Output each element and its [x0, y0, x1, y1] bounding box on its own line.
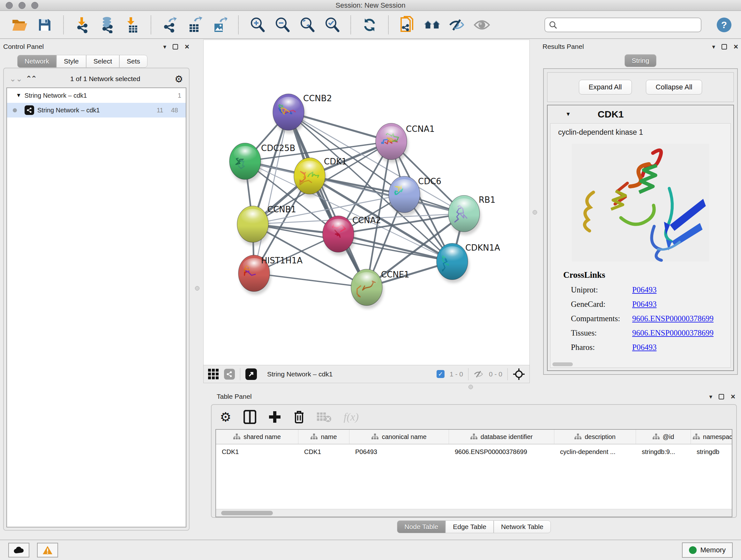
help-button[interactable]: ? [717, 17, 731, 32]
panel-close-icon[interactable]: ✕ [731, 394, 736, 400]
column-header-description[interactable]: description [554, 430, 636, 444]
node-table[interactable]: shared namenamecanonical namedatabase id… [215, 429, 732, 517]
left-splitter-handle[interactable] [195, 286, 199, 291]
panel-menu-icon[interactable]: ▾ [710, 394, 713, 400]
column-header-namespace[interactable]: namespace [691, 430, 732, 444]
export-image-button[interactable] [211, 17, 228, 33]
panel-menu-icon[interactable]: ▾ [712, 44, 716, 50]
column-header--id[interactable]: @id [636, 430, 691, 444]
network-node-ccna1[interactable]: CCNA1 [376, 123, 434, 163]
zoom-out-button[interactable] [274, 17, 290, 33]
collapse-triangle-icon[interactable]: ▼ [16, 92, 21, 99]
network-node-rb1[interactable]: RB1 [448, 195, 495, 235]
show-eye-icon[interactable] [474, 17, 490, 33]
crosslink-link[interactable]: P06493 [632, 343, 657, 352]
toolbar-search[interactable] [544, 17, 701, 32]
cloud-status-button[interactable] [8, 543, 29, 557]
save-session-button[interactable] [37, 17, 53, 33]
search-input[interactable] [560, 21, 697, 29]
birds-eye-grid-icon[interactable] [208, 369, 219, 380]
results-scrollbar-thumb[interactable] [552, 362, 573, 366]
export-network-button[interactable] [161, 17, 178, 33]
network-edge[interactable] [254, 273, 367, 287]
table-cell[interactable]: CDK1 [216, 444, 298, 459]
network-node-ccne1[interactable]: CCNE1 [351, 269, 409, 309]
table-cell[interactable]: stringdb:9... [636, 444, 691, 459]
memory-button[interactable]: Memory [682, 543, 733, 558]
column-header-shared-name[interactable]: shared name [216, 430, 298, 444]
collapse-all-networks-icon[interactable]: ⌄⌄ [10, 75, 22, 83]
panel-menu-icon[interactable]: ▾ [163, 44, 166, 50]
network-options-gear-icon[interactable]: ⚙ [175, 73, 183, 84]
string-document-share-button[interactable] [399, 17, 415, 33]
import-table-file-button[interactable] [124, 17, 140, 33]
network-node-cdc25b[interactable]: CDC25B [229, 143, 295, 183]
expand-all-button[interactable]: Expand All [579, 80, 632, 95]
column-header-name[interactable]: name [298, 430, 349, 444]
crosslink-link[interactable]: 9606.ENSP00000378699 [632, 328, 714, 337]
table-toolbar: ⚙ f(x) [212, 405, 736, 428]
hide-eye-slash-icon[interactable] [449, 17, 465, 33]
network-node-ccnb2[interactable]: CCNB2 [273, 94, 332, 133]
warning-status-button[interactable] [37, 543, 58, 557]
network-collection-row[interactable]: ▼ String Network – cdk1 1 [7, 88, 186, 103]
export-table-button[interactable] [186, 17, 203, 33]
tab-node-table[interactable]: Node Table [397, 520, 446, 533]
table-cell[interactable]: stringdb [691, 444, 732, 459]
tab-style[interactable]: Style [57, 55, 86, 68]
selected-checkbox-icon[interactable]: ✓ [436, 370, 445, 378]
zoom-fit-button[interactable] [299, 17, 315, 33]
table-cell[interactable]: cyclin-dependent ... [554, 444, 636, 459]
section-collapse-triangle-icon[interactable]: ▼ [565, 111, 571, 118]
crosslink-link[interactable]: P06493 [632, 286, 657, 294]
tab-network[interactable]: Network [17, 55, 57, 68]
show-columns-icon[interactable] [244, 410, 256, 424]
table-row[interactable]: CDK1CDK1P064939606.ENSP00000378699cyclin… [216, 444, 732, 459]
panel-close-icon[interactable]: ✕ [185, 44, 190, 50]
network-node-cdk1[interactable]: CDK1 [294, 157, 347, 197]
table-cell[interactable]: P06493 [349, 444, 449, 459]
tab-network-table[interactable]: Network Table [494, 520, 551, 533]
column-header-label: namespace [703, 433, 732, 441]
import-network-database-button[interactable] [99, 17, 116, 33]
panel-float-icon[interactable] [173, 44, 178, 50]
zoom-in-button[interactable] [249, 17, 266, 33]
crosslink-link[interactable]: 9606.ENSP00000378699 [632, 314, 714, 323]
crosshair-icon[interactable] [513, 368, 525, 380]
refresh-layout-button[interactable] [361, 17, 378, 33]
open-in-new-window-icon[interactable] [246, 368, 257, 380]
panel-float-icon[interactable] [719, 394, 724, 399]
column-header-database-identifier[interactable]: database identifier [449, 430, 554, 444]
network-share-icon[interactable] [224, 369, 235, 380]
crosslink-link[interactable]: P06493 [632, 300, 657, 309]
tab-string[interactable]: String [624, 54, 657, 67]
add-column-icon[interactable] [268, 410, 281, 424]
tab-select[interactable]: Select [86, 55, 119, 68]
table-horizontal-scrollbar[interactable] [216, 509, 732, 516]
open-session-button[interactable] [11, 17, 28, 33]
network-edge[interactable] [254, 112, 288, 273]
network-node-cdkn1a[interactable]: CDKN1A [436, 243, 500, 283]
table-cell[interactable]: CDK1 [298, 444, 349, 459]
zoom-selected-button[interactable] [324, 17, 340, 33]
cloud-icon [13, 546, 24, 554]
panel-close-icon[interactable]: ✕ [733, 44, 738, 50]
bottom-splitter-handle[interactable] [468, 385, 473, 389]
network-node-hist1h1a[interactable]: HIST1H1A [239, 255, 302, 295]
table-settings-gear-icon[interactable]: ⚙ [220, 410, 231, 424]
right-splitter-handle[interactable] [533, 210, 537, 214]
string-home-icon[interactable] [424, 17, 441, 33]
column-header-canonical-name[interactable]: canonical name [349, 430, 449, 444]
network-canvas[interactable]: CCNB2CCNA1CDC25BCDK1CDC6RB1CCNB1CCNA2CDK… [203, 40, 530, 365]
collapse-all-button[interactable]: Collapse All [646, 80, 702, 95]
panel-float-icon[interactable] [722, 44, 727, 50]
import-network-file-button[interactable] [74, 17, 91, 33]
scrollbar-thumb[interactable] [221, 511, 273, 515]
tab-sets[interactable]: Sets [119, 55, 147, 68]
tab-edge-table[interactable]: Edge Table [446, 520, 494, 533]
delete-column-icon[interactable] [293, 410, 305, 424]
hidden-eye-slash-icon[interactable] [474, 370, 484, 378]
table-cell[interactable]: 9606.ENSP00000378699 [449, 444, 554, 459]
expand-all-networks-icon[interactable]: ⌃⌃ [25, 75, 36, 83]
network-row[interactable]: String Network – cdk1 11 48 [7, 103, 186, 118]
